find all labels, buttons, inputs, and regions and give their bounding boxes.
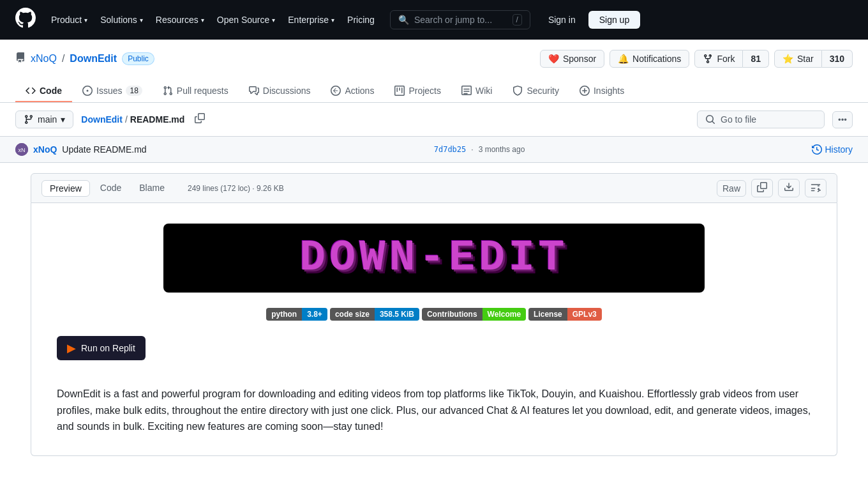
tab-insights[interactable]: Insights <box>569 80 634 102</box>
file-container: Preview Code Blame 249 lines (172 loc) ·… <box>15 173 853 456</box>
fork-count[interactable]: 81 <box>743 50 769 68</box>
nav-enterprise[interactable]: Enterprise ▾ <box>283 11 340 29</box>
star-button[interactable]: ⭐ Star <box>774 50 822 68</box>
file-toolbar: main ▾ DownEdit / README.md Go to file •… <box>0 103 868 137</box>
download-button[interactable] <box>778 179 800 197</box>
breadcrumb-file: README.md <box>130 114 185 125</box>
enterprise-chevron-icon: ▾ <box>331 17 334 24</box>
open-source-chevron-icon: ▾ <box>272 17 275 24</box>
breadcrumb: DownEdit / README.md <box>81 114 184 125</box>
license-badge: License GPLv3 <box>528 308 602 321</box>
copy-raw-button[interactable] <box>751 179 773 197</box>
product-chevron-icon: ▾ <box>84 17 87 24</box>
raw-button[interactable]: Raw <box>717 180 746 197</box>
header-auth-actions: Sign in Sign up <box>541 11 640 29</box>
heart-icon: ❤️ <box>548 54 559 64</box>
history-button[interactable]: History <box>812 144 853 155</box>
search-bar[interactable]: 🔍 Search or jump to... / <box>390 10 530 29</box>
file-view-tabs: Preview Code Blame <box>41 180 172 197</box>
commit-author[interactable]: xNoQ <box>33 144 57 155</box>
repo-header: xNoQ / DownEdit Public ❤️ Sponsor 🔔 Noti… <box>0 40 868 103</box>
github-logo[interactable] <box>15 8 36 32</box>
search-placeholder: Search or jump to... <box>414 15 507 25</box>
svg-text:xN: xN <box>19 147 26 153</box>
nav-product[interactable]: Product ▾ <box>46 11 93 29</box>
contributions-badge: Contributions Welcome <box>422 308 526 321</box>
sponsor-button[interactable]: ❤️ Sponsor <box>540 50 604 68</box>
repo-visibility-badge: Public <box>122 52 154 65</box>
file-actions: Raw <box>717 179 827 197</box>
tab-wiki[interactable]: Wiki <box>451 80 502 102</box>
solutions-chevron-icon: ▾ <box>140 17 143 24</box>
tab-code[interactable]: Code <box>15 80 72 102</box>
star-icon: ⭐ <box>782 54 793 64</box>
tab-actions[interactable]: Actions <box>320 80 384 102</box>
bell-icon: 🔔 <box>618 54 629 64</box>
notifications-button[interactable]: 🔔 Notifications <box>610 50 689 68</box>
signin-button[interactable]: Sign in <box>541 11 583 29</box>
repo-actions: ❤️ Sponsor 🔔 Notifications Fork 81 ⭐ Sta… <box>540 50 853 68</box>
breadcrumb-repo-link[interactable]: DownEdit <box>81 114 123 125</box>
goto-file-button[interactable]: Go to file <box>697 111 825 128</box>
toggle-wordwrap-button[interactable] <box>805 179 827 197</box>
branch-chevron-icon: ▾ <box>61 114 65 125</box>
nav-resources[interactable]: Resources ▾ <box>151 11 209 29</box>
repo-title-row: xNoQ / DownEdit Public ❤️ Sponsor 🔔 Noti… <box>15 50 853 75</box>
issues-count: 18 <box>126 86 142 96</box>
tab-discussions[interactable]: Discussions <box>239 80 321 102</box>
breadcrumb-separator: / <box>125 114 128 125</box>
readme-content: DOWN-EDIT python 3.8+ code size 358.5 Ki… <box>31 203 837 456</box>
python-badge: python 3.8+ <box>266 308 327 321</box>
commit-row: xN xNoQ Update README.md 7d7db25 · 3 mon… <box>0 137 868 163</box>
nav-solutions[interactable]: Solutions ▾ <box>95 11 148 29</box>
search-hint: / <box>513 14 522 26</box>
tab-preview[interactable]: Preview <box>41 180 90 197</box>
repo-name[interactable]: DownEdit <box>70 53 117 65</box>
search-icon: 🔍 <box>398 15 409 25</box>
commit-message: Update README.md <box>62 144 146 155</box>
repo-icon <box>15 52 26 65</box>
star-button-group: ⭐ Star 310 <box>774 50 853 68</box>
nav-open-source[interactable]: Open Source ▾ <box>212 11 281 29</box>
avatar: xN <box>15 143 28 156</box>
readme-description: DownEdit is a fast and powerful program … <box>57 386 811 435</box>
run-on-replit-button[interactable]: ▶ Run on Replit <box>57 336 146 360</box>
branch-selector[interactable]: main ▾ <box>15 111 73 128</box>
tab-projects[interactable]: Projects <box>384 80 451 102</box>
code-size-badge: code size 358.5 KiB <box>330 308 419 321</box>
fork-button-group: Fork 81 <box>694 50 769 68</box>
more-options-button[interactable]: ••• <box>832 111 853 128</box>
resources-chevron-icon: ▾ <box>201 17 204 24</box>
signup-button[interactable]: Sign up <box>588 11 640 29</box>
tab-security[interactable]: Security <box>502 80 569 102</box>
main-nav: Product ▾ Solutions ▾ Resources ▾ Open S… <box>46 11 380 29</box>
commit-hash[interactable]: 7d7db25 <box>434 145 467 154</box>
replit-button-container: ▶ Run on Replit <box>57 336 811 373</box>
copy-path-button[interactable] <box>192 111 207 128</box>
repo-owner[interactable]: xNoQ <box>31 53 57 65</box>
tab-blame[interactable]: Blame <box>131 180 172 197</box>
file-view-header: Preview Code Blame 249 lines (172 loc) ·… <box>31 173 837 203</box>
repo-tabs: Code Issues 18 Pull requests Discussions… <box>15 80 853 102</box>
tab-code-view[interactable]: Code <box>93 180 129 197</box>
repo-separator: / <box>62 53 64 65</box>
file-meta: 249 lines (172 loc) · 9.26 KB <box>188 184 284 193</box>
badge-row: python 3.8+ code size 358.5 KiB Contribu… <box>57 308 811 321</box>
banner-text: DOWN-EDIT <box>183 236 685 280</box>
replit-icon: ▶ <box>67 341 76 355</box>
commit-time: 3 months ago <box>479 145 525 154</box>
commit-separator: · <box>471 145 473 154</box>
tab-pull-requests[interactable]: Pull requests <box>153 80 239 102</box>
github-header: Product ▾ Solutions ▾ Resources ▾ Open S… <box>0 0 868 40</box>
fork-button[interactable]: Fork <box>694 50 743 68</box>
tab-issues[interactable]: Issues 18 <box>72 80 153 102</box>
nav-pricing[interactable]: Pricing <box>342 11 380 29</box>
star-count[interactable]: 310 <box>822 50 853 68</box>
